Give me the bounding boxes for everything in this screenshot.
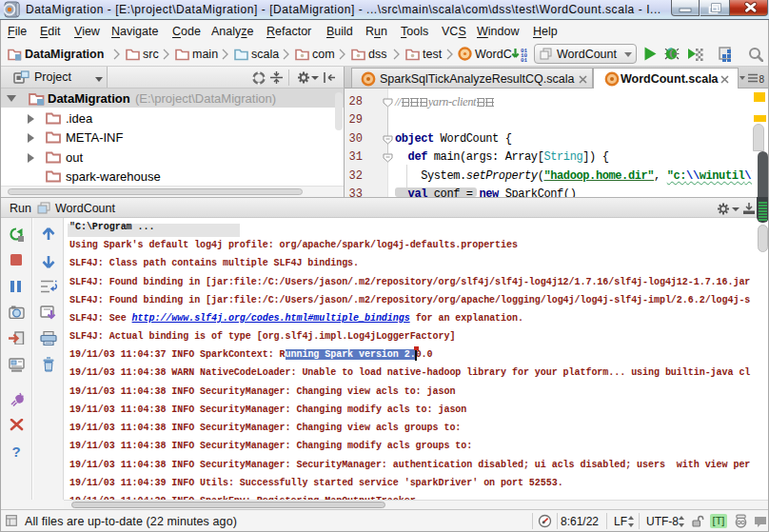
- svg-text:8: 8: [759, 74, 765, 84]
- svg-text:01: 01: [521, 57, 527, 63]
